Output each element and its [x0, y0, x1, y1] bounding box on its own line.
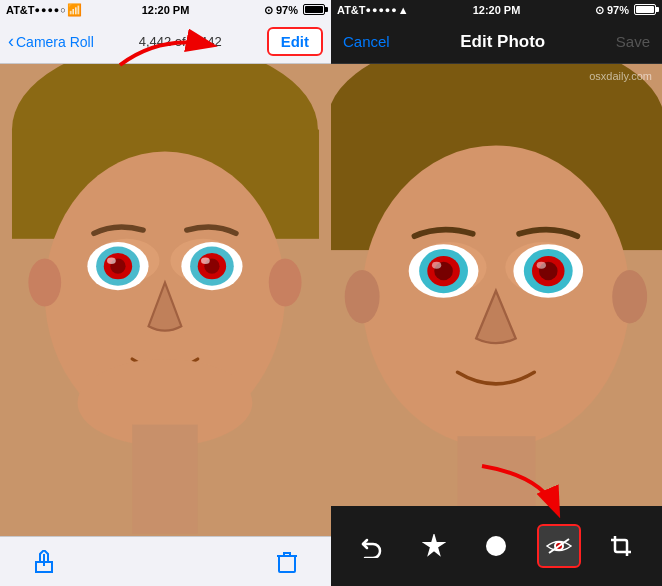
share-button[interactable]	[30, 548, 58, 576]
left-right-icons: ⊙ 97%	[264, 4, 325, 17]
right-panel: AT&T ●●●●● ▲ 12:20 PM ⊙ 97% Cancel Edit …	[331, 0, 662, 586]
photo-counter: 4,442 of 4,442	[139, 34, 222, 49]
left-nav-bar: ‹ Camera Roll 4,442 of 4,442 Edit	[0, 20, 331, 64]
undo-button[interactable]	[350, 524, 394, 568]
right-battery-shape	[632, 4, 656, 17]
right-photo	[331, 64, 662, 506]
right-photo-area	[331, 64, 662, 506]
svg-point-41	[612, 270, 647, 324]
edit-photo-title: Edit Photo	[460, 32, 545, 52]
save-button[interactable]: Save	[616, 33, 650, 50]
trash-button[interactable]	[273, 548, 301, 576]
right-time: 12:20 PM	[473, 4, 521, 16]
left-panel: AT&T ●●●●○ 📶 12:20 PM ⊙ 97% ‹ Camera Rol…	[0, 0, 331, 586]
left-battery-shape	[301, 4, 325, 17]
right-right-icons: ⊙ 97%	[595, 4, 656, 17]
svg-rect-20	[132, 425, 198, 534]
svg-rect-22	[279, 556, 295, 572]
circle-tool-button[interactable]	[474, 524, 518, 568]
back-chevron-icon: ‹	[8, 32, 14, 50]
right-status-bar: AT&T ●●●●● ▲ 12:20 PM ⊙ 97%	[331, 0, 662, 20]
svg-point-40	[345, 270, 380, 324]
left-battery-icon: ⊙	[264, 4, 273, 17]
left-wifi-icon: 📶	[67, 3, 82, 17]
right-battery-pct: 97%	[607, 4, 629, 16]
back-button[interactable]: ‹ Camera Roll	[8, 33, 94, 50]
svg-point-18	[269, 258, 302, 306]
left-bottom-toolbar	[0, 536, 331, 586]
left-signal: ●●●●○	[35, 5, 67, 15]
left-carrier: AT&T	[6, 4, 35, 16]
right-wifi-icon: ▲	[398, 4, 409, 16]
left-status-bar: AT&T ●●●●○ 📶 12:20 PM ⊙ 97%	[0, 0, 331, 20]
right-signal: ●●●●●	[366, 5, 398, 15]
right-battery-icon: ⊙	[595, 4, 604, 17]
crop-button[interactable]	[599, 524, 643, 568]
cancel-button[interactable]: Cancel	[343, 33, 390, 50]
right-nav-bar: Cancel Edit Photo Save	[331, 20, 662, 64]
svg-point-15	[107, 257, 116, 264]
edit-button[interactable]: Edit	[267, 27, 323, 56]
right-bottom-toolbar	[331, 506, 662, 586]
auto-enhance-button[interactable]	[412, 524, 456, 568]
svg-point-16	[201, 257, 210, 264]
svg-point-39	[537, 262, 546, 269]
left-time: 12:20 PM	[142, 4, 190, 16]
right-carrier: AT&T	[337, 4, 366, 16]
svg-point-38	[432, 262, 441, 269]
red-arrow-right	[462, 456, 582, 526]
svg-point-17	[28, 258, 61, 306]
left-photo	[0, 64, 331, 536]
left-photo-area	[0, 64, 331, 536]
camera-roll-label: Camera Roll	[16, 34, 94, 50]
red-eye-button[interactable]	[537, 524, 581, 568]
watermark: osxdaily.com	[589, 70, 652, 82]
svg-point-44	[486, 536, 506, 556]
left-battery-pct: 97%	[276, 4, 298, 16]
